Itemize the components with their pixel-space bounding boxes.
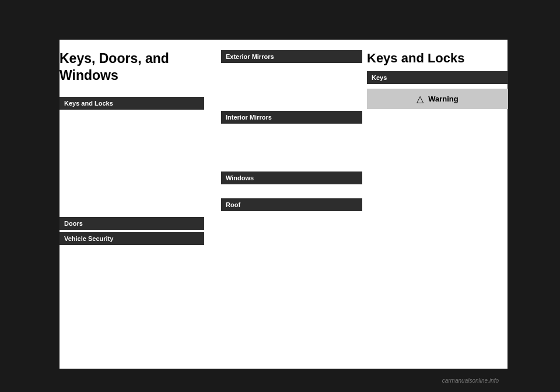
nav-item-roof[interactable]: Roof <box>221 198 362 211</box>
nav-item-exterior-mirrors[interactable]: Exterior Mirrors <box>221 50 362 63</box>
col3-section-title: Keys and Locks <box>367 50 499 66</box>
top-dark-bar <box>60 0 508 40</box>
column-1: Keys, Doors, and Windows Keys and Locks … <box>60 46 214 369</box>
nav-item-vehicle-security[interactable]: Vehicle Security <box>60 232 204 245</box>
nav-item-interior-mirrors[interactable]: Interior Mirrors <box>221 111 362 124</box>
left-dark-strip <box>0 0 60 392</box>
column-3: Keys and Locks Keys △ Warning <box>360 46 506 369</box>
columns-container: Keys, Doors, and Windows Keys and Locks … <box>60 40 508 369</box>
warning-box: △ Warning <box>367 89 508 109</box>
main-section-title: Keys, Doors, and Windows <box>60 50 207 84</box>
nav-item-keys-and-locks[interactable]: Keys and Locks <box>60 97 204 110</box>
nav-item-windows[interactable]: Windows <box>221 172 362 184</box>
column-2: Exterior Mirrors Interior Mirrors Window… <box>214 46 360 369</box>
bottom-dark-bar: carmanualsonline.info <box>60 369 508 392</box>
nav-item-doors[interactable]: Doors <box>60 217 204 230</box>
watermark-text: carmanualsonline.info <box>442 377 499 384</box>
nav-item-keys[interactable]: Keys <box>367 71 508 84</box>
warning-label: Warning <box>428 94 459 103</box>
warning-icon: △ <box>416 93 424 104</box>
right-dark-strip <box>508 0 560 392</box>
main-content-area: Keys, Doors, and Windows Keys and Locks … <box>60 0 508 392</box>
